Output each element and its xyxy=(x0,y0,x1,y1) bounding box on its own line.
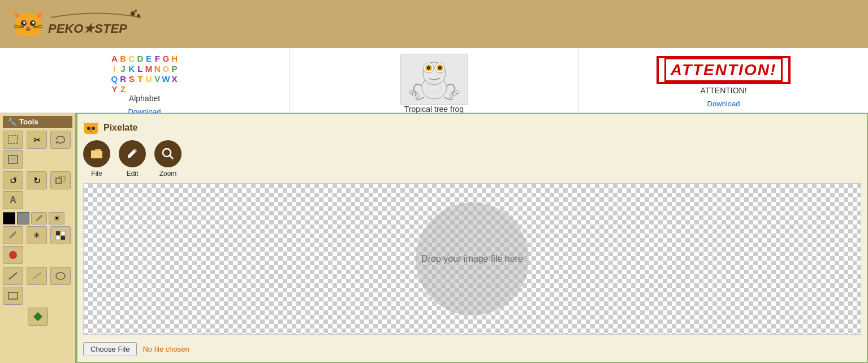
svg-line-46 xyxy=(33,273,41,279)
svg-rect-42 xyxy=(56,236,60,240)
nav-item-attention[interactable]: ATTENTION! ATTENTION! Download xyxy=(579,48,868,113)
frog-content xyxy=(400,54,468,105)
letter-I: I xyxy=(110,64,118,74)
svg-rect-41 xyxy=(61,231,65,235)
zoom-tool-button[interactable]: Zoom xyxy=(154,140,182,178)
tools-icon: 🔧 xyxy=(7,118,16,126)
svg-text:PEKO★STEP: PEKO★STEP xyxy=(48,21,127,36)
attention-download-link[interactable]: Download xyxy=(707,100,740,108)
alphabet-content: A B C D E F G H I J K L M N O P Q R S T xyxy=(110,54,178,94)
select-all-tool[interactable] xyxy=(3,150,23,168)
edit-tool-label: Edit xyxy=(127,170,139,178)
brightness-tool[interactable]: ☀ xyxy=(49,212,64,224)
svg-rect-0 xyxy=(16,14,41,36)
main-area: 🔧 Tools ✂ ↺ ↻ xyxy=(0,113,868,363)
tools-header: 🔧 Tools xyxy=(3,116,72,128)
file-tool-button[interactable]: File xyxy=(83,140,110,178)
letter-F: F xyxy=(153,54,161,63)
svg-point-44 xyxy=(9,251,17,259)
rotate-ccw-tool[interactable]: ↺ xyxy=(3,171,23,189)
svg-point-15 xyxy=(137,14,140,18)
letter-Q: Q xyxy=(110,74,118,84)
letter-Y: Y xyxy=(110,84,118,94)
svg-rect-43 xyxy=(61,236,65,240)
black-swatch[interactable] xyxy=(3,212,15,224)
letter-N: N xyxy=(153,64,161,74)
svg-point-27 xyxy=(416,94,419,98)
file-tool-circle xyxy=(83,140,110,167)
alphabet-grid: A B C D E F G H I J K L M N O P Q R S T xyxy=(110,54,178,94)
attention-label: ATTENTION! xyxy=(700,86,746,95)
attention-stamp: ATTENTION! xyxy=(657,56,791,84)
edit-tool-button[interactable]: Edit xyxy=(119,140,146,178)
letter-J: J xyxy=(119,64,127,74)
fill-circle-tool[interactable] xyxy=(3,246,23,264)
rectangle-tool[interactable] xyxy=(3,287,23,305)
nav-item-frog[interactable]: Tropical tree frog Download xyxy=(290,48,579,113)
tools-grid-row2: ↺ ↻ A xyxy=(3,171,72,209)
svg-point-24 xyxy=(427,66,430,70)
rotate-cw-tool[interactable]: ↻ xyxy=(27,171,47,189)
logo-cat-icon xyxy=(11,7,45,41)
gray-swatch[interactable] xyxy=(17,212,29,224)
letter-X: X xyxy=(171,74,179,84)
svg-point-16 xyxy=(135,10,137,12)
frog-image-area xyxy=(400,54,468,105)
letter-W: W xyxy=(162,74,170,84)
svg-line-34 xyxy=(56,141,57,144)
zoom-tool-label: Zoom xyxy=(159,170,177,178)
sparkle-tool[interactable]: ✳ xyxy=(27,226,47,244)
tools-panel: 🔧 Tools ✂ ↺ ↻ xyxy=(0,113,76,363)
pencil-tool[interactable] xyxy=(3,226,23,244)
nav-item-alphabet[interactable]: A B C D E F G H I J K L M N O P Q R S T xyxy=(0,48,290,113)
attention-stamp-text: ATTENTION! xyxy=(664,58,783,82)
checker-tool[interactable] xyxy=(50,226,71,244)
letter-Z: Z xyxy=(119,84,127,94)
lasso-tool[interactable] xyxy=(50,131,71,149)
choose-file-button[interactable]: Choose File xyxy=(83,342,137,356)
letter-O: O xyxy=(162,64,170,74)
svg-point-55 xyxy=(90,131,92,132)
letter-L: L xyxy=(136,64,144,74)
pixelate-toolbar: File Edit Zoom xyxy=(83,140,861,178)
frog-svg-icon xyxy=(407,57,461,102)
nav-bar: A B C D E F G H I J K L M N O P Q R S T xyxy=(0,48,868,113)
svg-line-45 xyxy=(9,273,17,279)
tools-grid-row3: ✳ xyxy=(3,226,72,264)
edit-tool-circle xyxy=(119,140,146,167)
letter-G: G xyxy=(162,54,170,63)
letter-D: D xyxy=(136,54,144,63)
resize-tool[interactable] xyxy=(50,171,71,189)
image-canvas-area[interactable]: Drop your image file here xyxy=(83,183,861,335)
zoom-search-icon xyxy=(161,147,175,161)
attention-content: ATTENTION! xyxy=(657,54,791,86)
frog-label: Tropical tree frog xyxy=(404,105,464,114)
logo: PEKO★STEP xyxy=(11,7,147,41)
letter-H: H xyxy=(171,54,179,63)
letter-S: S xyxy=(128,74,136,84)
line-tool[interactable] xyxy=(3,267,23,285)
diamond-tool[interactable] xyxy=(28,308,48,326)
select-rect-tool[interactable] xyxy=(3,131,23,149)
letter-P: P xyxy=(171,64,179,74)
letter-U: U xyxy=(145,74,153,84)
text-tool[interactable]: A xyxy=(3,191,23,209)
scissors-tool[interactable]: ✂ xyxy=(27,131,47,149)
svg-rect-38 xyxy=(59,176,65,182)
tools-label: Tools xyxy=(19,118,38,126)
ellipse-tool[interactable] xyxy=(50,267,71,285)
edit-pencil-icon xyxy=(126,147,139,161)
folder-open-icon xyxy=(90,147,103,161)
svg-marker-49 xyxy=(33,312,42,321)
eyedropper-tool[interactable] xyxy=(31,212,47,224)
svg-point-31 xyxy=(456,90,459,94)
svg-point-8 xyxy=(32,21,34,24)
svg-point-30 xyxy=(450,94,453,98)
letter-C: C xyxy=(128,54,136,63)
slash-tool[interactable] xyxy=(27,267,47,285)
file-input-area: Choose File No file chosen xyxy=(83,339,861,356)
letter-A: A xyxy=(110,54,118,63)
svg-rect-48 xyxy=(8,292,18,299)
letter-K: K xyxy=(128,64,136,74)
svg-point-25 xyxy=(438,66,442,70)
